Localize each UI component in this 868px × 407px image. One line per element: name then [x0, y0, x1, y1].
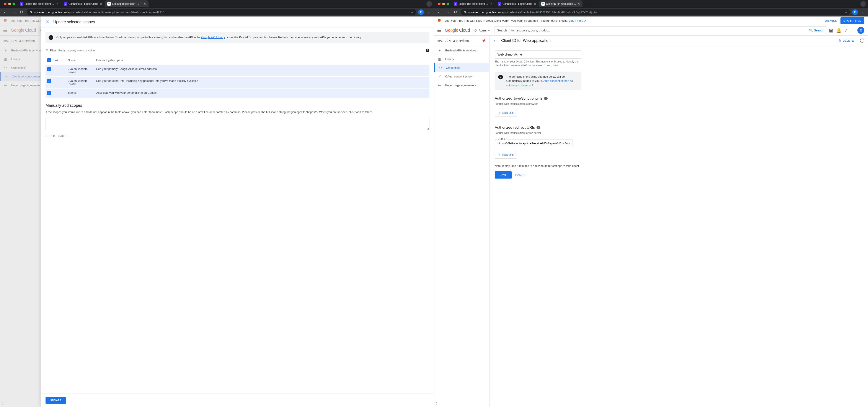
nav-credentials[interactable]: ⊶Credentials: [434, 63, 489, 72]
table-row[interactable]: ✓ .../auth/userinfo.email See your prima…: [45, 64, 429, 76]
nav-library[interactable]: ▥Library: [434, 55, 489, 63]
client-name-field[interactable]: Web client - Acme: [495, 50, 581, 59]
search-button[interactable]: 🔍 Search: [806, 27, 827, 34]
info-panel-icon[interactable]: ⓘ: [860, 38, 864, 43]
close-tab-icon[interactable]: ✕: [143, 2, 146, 5]
add-to-table-button[interactable]: ADD TO TABLE: [45, 134, 429, 138]
tab-title: Connectors - Logto Cloud: [68, 2, 98, 5]
more-icon[interactable]: ⋮: [850, 28, 854, 33]
nav-oauth-consent[interactable]: ✓OAuth consent screen: [434, 72, 489, 81]
trial-banner: 🎁 Start your Free Trial with $300 in cre…: [434, 17, 868, 25]
table-header-row: ✓ API↑ Scope User-facing description: [45, 56, 429, 64]
help-icon[interactable]: ?: [536, 126, 540, 129]
project-picker[interactable]: ⬡ Acme ▾: [472, 27, 492, 34]
minimize-window[interactable]: [442, 3, 445, 5]
hamburger-icon[interactable]: [437, 28, 443, 33]
address-bar[interactable]: ⚙ console.cloud.google.com/apis/credenti…: [461, 9, 850, 16]
address-bar[interactable]: ⚙ console.cloud.google.com/apis/credenti…: [27, 9, 416, 16]
table-row[interactable]: ✓ openid Associate you with your persona…: [45, 88, 429, 98]
add-redirect-uri-button[interactable]: ＋ ADD URI: [495, 151, 517, 158]
close-tab-icon[interactable]: ✕: [533, 2, 536, 5]
search-input[interactable]: Search (/) for resources, docs, produc..…: [494, 27, 806, 34]
nav-section-title: RPI APIs & Services 📌: [434, 36, 489, 46]
project-icon: ⬡: [474, 29, 477, 32]
tab-strip: L Logto: The better identity inf ✕ L Con…: [434, 0, 868, 8]
site-info-icon[interactable]: ⚙: [463, 10, 466, 14]
gcp-favicon-icon: API: [107, 2, 111, 6]
api-library-link[interactable]: Google API Library: [201, 36, 225, 39]
close-tab-icon[interactable]: ✕: [490, 2, 493, 5]
back-button-icon[interactable]: ←: [436, 9, 442, 15]
account-avatar[interactable]: E: [857, 27, 864, 34]
add-js-uri-button[interactable]: ＋ ADD URI: [495, 109, 517, 117]
manual-scopes-textarea[interactable]: [45, 118, 429, 130]
filter-input[interactable]: Enter property name or value: [58, 49, 424, 52]
browser-tab[interactable]: L Logto: The better identity inf ✕: [18, 0, 61, 7]
close-dialog-icon[interactable]: ✕: [45, 19, 50, 25]
bookmark-icon[interactable]: ☆: [411, 11, 413, 14]
table-row[interactable]: ✓ .../auth/userinfo.profile See your per…: [45, 76, 429, 88]
browser-tab[interactable]: L Logto: The better identity inf ✕: [452, 0, 495, 7]
redirect-uri-input[interactable]: [495, 139, 573, 147]
maximize-window[interactable]: [446, 3, 449, 5]
delete-button[interactable]: 🗑 DELETE: [838, 39, 854, 42]
cancel-button[interactable]: CANCEL: [515, 173, 527, 177]
save-button[interactable]: SAVE: [495, 171, 512, 179]
profile-avatar[interactable]: E: [852, 9, 858, 15]
update-button[interactable]: UPDATE: [45, 397, 66, 404]
new-tab-button[interactable]: ＋: [149, 1, 155, 7]
nav-page-usage[interactable]: ≔Page usage agreements: [434, 81, 489, 89]
pin-icon[interactable]: 📌: [482, 39, 486, 43]
notifications-icon[interactable]: 🔔: [836, 28, 842, 33]
close-window[interactable]: [438, 3, 440, 5]
tabs-dropdown-icon[interactable]: ⌄: [860, 1, 866, 7]
back-button-icon[interactable]: ←: [2, 9, 8, 15]
start-free-button[interactable]: START FREE: [840, 17, 864, 24]
help-icon[interactable]: ?: [845, 28, 847, 33]
redirect-uris-heading: Authorized redirect URIs ?: [495, 125, 863, 130]
sort-up-icon: ↑: [60, 59, 61, 62]
learn-more-link[interactable]: Learn more ↗: [569, 19, 586, 22]
cloud-shell-icon[interactable]: ▣: [829, 28, 833, 33]
trash-icon: 🗑: [838, 39, 841, 42]
back-arrow-icon[interactable]: ←: [493, 38, 498, 43]
browser-menu-icon[interactable]: ⋮: [426, 10, 432, 14]
maximize-window[interactable]: [12, 3, 15, 5]
collapse-nav-icon[interactable]: ⟨: [436, 402, 437, 405]
close-tab-icon[interactable]: ✕: [99, 2, 102, 5]
reload-button-icon[interactable]: ⟳: [19, 9, 25, 15]
dismiss-button[interactable]: DISMISS: [825, 19, 837, 22]
select-all-checkbox[interactable]: ✓: [47, 58, 51, 62]
col-scope-header[interactable]: Scope: [68, 59, 96, 62]
col-api-header[interactable]: API↑: [55, 59, 68, 62]
browser-tab[interactable]: L Connectors - Logto Cloud ✕: [496, 0, 539, 7]
desc-cell: See your primary Google Account email ad…: [96, 67, 428, 70]
search-label: Search: [814, 29, 824, 32]
help-icon[interactable]: ?: [544, 97, 548, 100]
new-tab-button[interactable]: ＋: [583, 1, 589, 7]
close-tab-icon[interactable]: ✕: [577, 2, 580, 5]
close-tab-icon[interactable]: ✕: [56, 2, 59, 5]
profile-avatar[interactable]: E: [418, 9, 424, 15]
tabs-dropdown-icon[interactable]: ⌄: [426, 1, 432, 7]
row-checkbox[interactable]: ✓: [47, 79, 51, 83]
oauth-consent-link[interactable]: OAuth consent screen: [541, 79, 569, 82]
help-icon[interactable]: ?: [426, 49, 429, 52]
row-checkbox[interactable]: ✓: [47, 91, 51, 95]
row-checkbox[interactable]: ✓: [47, 67, 51, 71]
browser-menu-icon[interactable]: ⋮: [860, 10, 866, 14]
bookmark-icon[interactable]: ☆: [845, 11, 847, 14]
url-text: console.cloud.google.com/apis/credential…: [468, 11, 843, 14]
google-cloud-logo[interactable]: GoogleCloud: [445, 28, 470, 33]
browser-tab-active[interactable]: API Edit app registration – APIs & ✕: [105, 0, 149, 7]
main-content: Web client - Acme The name of your OAuth…: [490, 46, 868, 407]
browser-tab[interactable]: L Connectors - Logto Cloud ✕: [62, 0, 105, 7]
col-desc-header[interactable]: User-facing description: [96, 59, 428, 62]
site-info-icon[interactable]: ⚙: [29, 10, 32, 14]
authorized-domains-link[interactable]: authorized domains ↗: [506, 84, 534, 87]
reload-button-icon[interactable]: ⟳: [453, 9, 459, 15]
close-window[interactable]: [4, 3, 6, 5]
minimize-window[interactable]: [8, 3, 11, 5]
nav-enabled-apis[interactable]: ⟐Enabled APIs & services: [434, 46, 489, 55]
browser-tab-active[interactable]: API Client ID for Web application ✕: [539, 0, 583, 7]
